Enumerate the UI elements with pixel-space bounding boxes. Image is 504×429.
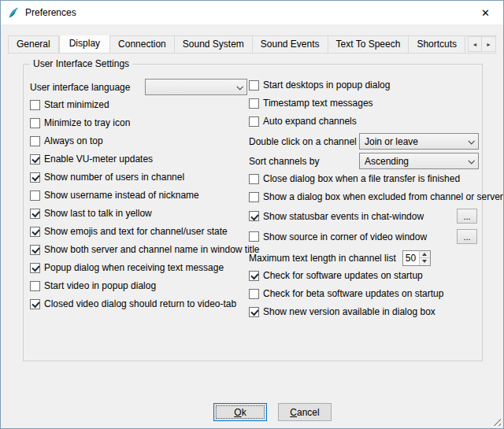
checkbox-unchecked[interactable] [249, 192, 259, 202]
checkbox-label: Show statusbar events in chat-window [263, 211, 424, 222]
ellipsis-button[interactable]: ... [457, 229, 477, 244]
checkbox-checked[interactable] [249, 307, 259, 317]
checkbox-unchecked[interactable] [30, 136, 40, 146]
chevron-down-icon[interactable] [232, 80, 246, 94]
ok-label: O [234, 407, 241, 418]
checkbox-unchecked[interactable] [249, 98, 259, 109]
ok-button[interactable]: Ok [213, 403, 267, 421]
checkbox-row[interactable]: Show statusbar events in chat-window... [249, 209, 479, 224]
sort-channels-combobox[interactable]: Ascending [359, 153, 479, 169]
group-title: User Interface Settings [30, 58, 132, 69]
checkbox-unchecked[interactable] [249, 116, 259, 127]
checkbox-row[interactable]: Start minimized [30, 98, 247, 111]
checkbox-row[interactable]: Closed video dialog should return to vid… [30, 298, 247, 310]
checkbox-row[interactable]: Show username instead of nickname [30, 189, 247, 202]
checkbox-label: Closed video dialog should return to vid… [44, 298, 236, 309]
checkbox-unchecked[interactable] [249, 231, 259, 242]
checkbox-label: Always on top [44, 135, 103, 146]
max-text-length-spinner[interactable] [402, 250, 431, 266]
checkbox-label: Enable VU-meter updates [44, 153, 153, 165]
checkbox-checked[interactable] [30, 172, 40, 183]
resize-grip[interactable] [491, 416, 501, 426]
language-label: User interface language [30, 82, 130, 93]
checkbox-row[interactable]: Popup dialog when receiving text message [30, 261, 247, 274]
checkbox-label: Show both server and channel name in win… [44, 244, 260, 255]
max-text-length-row: Maximum text length in channel list [249, 250, 479, 266]
checkbox-row[interactable]: Start desktops in popup dialog [249, 79, 479, 91]
checkbox-row[interactable]: Enable VU-meter updates [30, 153, 247, 165]
tab-general[interactable]: General [8, 35, 59, 53]
checkbox-row[interactable]: Show source in corner of video window... [249, 229, 479, 244]
double-click-label: Double click on a channel [249, 136, 357, 147]
right-button-checkbox-list: Show statusbar events in chat-window...S… [249, 209, 479, 244]
right-bottom-checkbox-list: Check for software updates on startupChe… [249, 269, 479, 318]
checkbox-row[interactable]: Close dialog box when a file transfer is… [249, 172, 479, 185]
checkbox-label: Show new version available in dialog box [263, 306, 435, 317]
ok-label-rest: k [242, 407, 246, 418]
checkbox-label: Start video in popup dialog [44, 280, 156, 291]
checkbox-label: Check for software updates on startup [263, 270, 423, 281]
checkbox-checked[interactable] [249, 271, 259, 281]
tab-text-to-speech[interactable]: Text To Speech [328, 35, 410, 53]
checkbox-unchecked[interactable] [249, 174, 259, 184]
app-logo-icon[interactable] [7, 6, 20, 20]
checkbox-unchecked[interactable] [30, 281, 40, 291]
cancel-button[interactable]: Cancel [278, 403, 332, 421]
checkbox-checked[interactable] [30, 245, 40, 255]
tab-display[interactable]: Display [59, 35, 110, 54]
spinner-arrows [419, 251, 430, 265]
checkbox-row[interactable]: Show last to talk in yellow [30, 207, 247, 220]
checkbox-checked[interactable] [30, 154, 40, 165]
tab-shortcuts[interactable]: Shortcuts [409, 35, 465, 53]
checkbox-checked[interactable] [30, 263, 40, 273]
checkbox-checked[interactable] [30, 209, 40, 219]
tab-scroll-left-icon[interactable]: ◄ [468, 36, 482, 52]
ellipsis-button[interactable]: ... [457, 209, 477, 224]
cancel-label: C [290, 407, 297, 418]
right-mid-checkbox-list: Close dialog box when a file transfer is… [249, 172, 479, 203]
checkbox-label: Timestamp text messages [263, 98, 373, 109]
checkbox-row[interactable]: Show new version available in dialog box [249, 305, 479, 318]
chevron-down-icon[interactable] [464, 134, 478, 149]
checkbox-checked[interactable] [249, 211, 259, 221]
tab-sound-events[interactable]: Sound Events [253, 35, 328, 53]
checkbox-row[interactable]: Show a dialog box when excluded from cha… [249, 190, 479, 203]
right-column: Start desktops in popup dialogTimestamp … [249, 79, 479, 324]
checkbox-label: Show source in corner of video window [263, 231, 427, 242]
checkbox-row[interactable]: Start video in popup dialog [30, 279, 247, 292]
double-click-combobox[interactable]: Join or leave [359, 133, 479, 150]
tab-area: General Display Connection Sound System … [8, 35, 496, 54]
user-interface-settings-group: User Interface Settings User interface l… [23, 64, 483, 361]
sort-channels-value: Ascending [365, 156, 464, 167]
checkbox-row[interactable]: Show number of users in channel [30, 171, 247, 183]
spinner-up-icon[interactable] [420, 251, 430, 259]
checkbox-row[interactable]: Timestamp text messages [249, 97, 479, 109]
checkbox-row[interactable]: Show both server and channel name in win… [30, 243, 247, 256]
checkbox-label: Start minimized [44, 99, 109, 110]
sort-channels-label: Sort channels by [249, 156, 319, 167]
tab-scroll-right-icon[interactable]: ► [482, 36, 496, 52]
checkbox-unchecked[interactable] [30, 100, 40, 110]
checkbox-unchecked[interactable] [30, 118, 40, 128]
checkbox-row[interactable]: Check for beta software updates on start… [249, 287, 479, 300]
checkbox-row[interactable]: Show emojis and text for channel/user st… [30, 225, 247, 238]
checkbox-unchecked[interactable] [30, 190, 40, 201]
spinner-down-icon[interactable] [420, 258, 430, 265]
checkbox-checked[interactable] [30, 299, 40, 309]
checkbox-row[interactable]: Always on top [30, 135, 247, 147]
tab-connection[interactable]: Connection [110, 35, 175, 53]
close-button[interactable]: ✕ [468, 1, 503, 24]
chevron-down-icon[interactable] [464, 153, 478, 168]
checkbox-row[interactable]: Check for software updates on startup [249, 269, 479, 282]
titlebar[interactable]: Preferences ✕ [1, 1, 503, 24]
checkbox-unchecked[interactable] [249, 80, 259, 91]
checkbox-label: Show emojis and text for channel/user st… [44, 226, 228, 237]
checkbox-row[interactable]: Auto expand channels [249, 115, 479, 128]
language-combobox[interactable] [145, 79, 247, 95]
left-checkbox-list: Start minimizedMinimize to tray iconAlwa… [30, 98, 247, 310]
max-text-length-input[interactable] [403, 251, 419, 265]
tab-sound-system[interactable]: Sound System [175, 35, 253, 53]
checkbox-unchecked[interactable] [249, 289, 259, 299]
checkbox-row[interactable]: Minimize to tray icon [30, 116, 247, 129]
checkbox-checked[interactable] [30, 227, 40, 237]
